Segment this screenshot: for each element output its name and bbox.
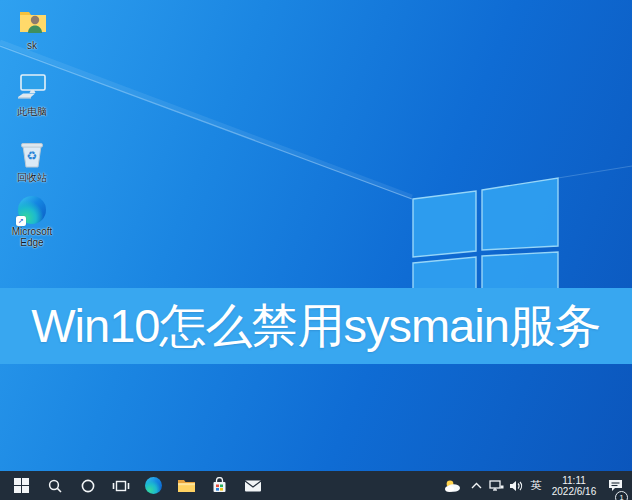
file-explorer-button[interactable]	[170, 471, 203, 500]
network-tray-button[interactable]	[486, 471, 506, 500]
clock-button[interactable]: 11:11 2022/6/16	[546, 471, 602, 500]
weather-tray-button[interactable]	[438, 471, 466, 500]
action-center-button[interactable]: 1	[602, 471, 628, 500]
taskbar: 英 11:11 2022/6/16 1	[0, 471, 632, 500]
clock: 11:11 2022/6/16	[546, 475, 602, 497]
system-tray: 英 11:11 2022/6/16 1	[438, 471, 632, 500]
desktop-icon-user-folder[interactable]: sk	[1, 6, 63, 51]
taskbar-left	[0, 471, 269, 500]
recycle-bin-icon: ♻	[17, 138, 47, 170]
taskbar-edge-button[interactable]	[137, 471, 170, 500]
search-icon	[47, 478, 63, 494]
desktop-icon-label: 回收站	[17, 172, 47, 183]
store-button[interactable]	[203, 471, 236, 500]
volume-tray-button[interactable]	[506, 471, 526, 500]
windows-logo-graphic	[0, 0, 632, 500]
windows-start-icon	[14, 478, 30, 494]
user-folder-icon	[16, 6, 48, 38]
file-explorer-icon	[177, 478, 196, 494]
shortcut-arrow-icon: ➚	[16, 216, 26, 226]
speaker-icon	[509, 480, 523, 492]
desktop-icon-edge[interactable]: ➚ Microsoft Edge	[1, 196, 63, 248]
title-banner: Win10怎么禁用sysmain服务	[0, 288, 632, 364]
desktop-icon-label: 此电脑	[17, 106, 47, 117]
mail-icon	[244, 479, 262, 493]
edge-icon	[145, 477, 162, 494]
desktop-icon-label: Microsoft Edge	[2, 226, 62, 248]
chevron-up-icon	[471, 482, 482, 490]
search-button[interactable]	[38, 471, 71, 500]
desktop-icon-recycle-bin[interactable]: ♻ 回收站	[1, 138, 63, 183]
edge-icon: ➚	[18, 196, 46, 224]
ime-language-label: 英	[526, 478, 546, 493]
cortana-icon	[80, 478, 96, 494]
wallpaper	[0, 0, 632, 500]
desktop-icon-this-pc[interactable]: 此电脑	[1, 72, 63, 117]
this-pc-icon	[14, 72, 50, 104]
network-icon	[489, 479, 504, 492]
task-view-button[interactable]	[104, 471, 137, 500]
mail-button[interactable]	[236, 471, 269, 500]
ime-indicator[interactable]: 英	[526, 471, 546, 500]
banner-title-text: Win10怎么禁用sysmain服务	[31, 295, 601, 358]
clock-date: 2022/6/16	[546, 486, 602, 497]
store-icon	[211, 477, 228, 494]
tray-overflow-button[interactable]	[466, 471, 486, 500]
cortana-button[interactable]	[71, 471, 104, 500]
weather-icon	[444, 479, 461, 493]
desktop-icon-label: sk	[27, 40, 37, 51]
task-view-icon	[112, 478, 130, 494]
svg-text:♻: ♻	[27, 149, 38, 163]
clock-time: 11:11	[546, 475, 602, 486]
start-button[interactable]	[5, 471, 38, 500]
notification-badge: 1	[615, 491, 628, 500]
desktop: sk 此电脑 ♻ 回收站 ➚ Microsoft Edge Win10怎么禁用s…	[0, 0, 632, 500]
